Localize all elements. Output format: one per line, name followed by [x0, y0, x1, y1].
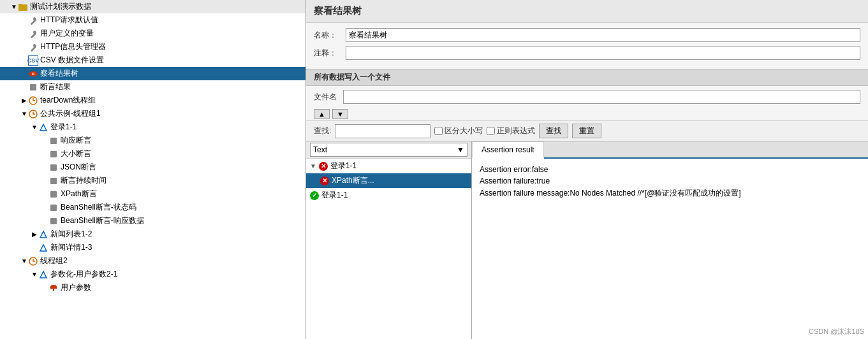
regex-label: 正则表达式 — [497, 126, 535, 136]
svg-point-4 — [33, 73, 34, 75]
assertion-line-1: Assertion failure:true — [480, 175, 860, 187]
assertion-line-2: Assertion failure message:No Nodes Match… — [480, 187, 860, 200]
result-toolbar: Text ▼ — [306, 141, 471, 159]
name-label: 名称： — [314, 30, 346, 41]
right-panel: 察看结果树 名称： 注释： 所有数据写入一个文件 文件名 ▲ ▼ 查找: 区分大… — [306, 0, 868, 339]
tree-icon-assert-result — [28, 82, 38, 92]
tree-label-http-header: HTTP信息头管理器 — [40, 41, 106, 52]
tree-item-json-assert[interactable]: JSON断言 — [0, 161, 305, 174]
result-item-login-success[interactable]: ✓登录1-1 — [306, 188, 471, 203]
panel-title: 察看结果树 — [306, 0, 868, 23]
tree-icon-thread-group2 — [28, 256, 38, 266]
regex-checkbox-label[interactable]: 正则表达式 — [487, 126, 535, 136]
search-row: 查找: 区分大小写 正则表达式 查找 重置 — [306, 120, 868, 141]
case-sensitive-checkbox[interactable]: 区分大小写 — [434, 126, 483, 136]
tree-item-beanshell-status[interactable]: BeanShell断言-状态码 — [0, 201, 305, 214]
tree-icon-beanshell-status — [48, 203, 59, 213]
tree-label-size-assert: 大小断言 — [61, 148, 91, 159]
tree-arrow-teardown: ▶ — [20, 97, 28, 104]
tree-icon-size-assert — [48, 149, 59, 159]
tree-item-size-assert[interactable]: 大小断言 — [0, 147, 305, 161]
tree-item-teardown[interactable]: ▶tearDown线程组 — [0, 94, 305, 107]
svg-rect-5 — [30, 84, 36, 90]
result-item-xpath-child[interactable]: ✕XPath断言... — [306, 173, 471, 188]
tree-icon-beanshell-resp — [48, 216, 59, 226]
tree-icon-json-assert — [48, 162, 59, 173]
expand-btn[interactable]: ▲ — [314, 109, 330, 119]
left-result-panel: Text ▼ ▼✕登录1-1✕XPath断言...✓登录1-1 — [306, 141, 472, 339]
tree-icon-news-list — [38, 229, 48, 240]
result-icon-xpath-child: ✕ — [320, 177, 329, 185]
name-input[interactable] — [346, 28, 860, 42]
tree-item-xpath-assert[interactable]: XPath断言 — [0, 187, 305, 201]
comment-input[interactable] — [346, 46, 860, 60]
tree-item-csv-data[interactable]: CSVCSV 数据文件设置 — [0, 54, 305, 67]
tree-item-news-list[interactable]: ▶新闻列表1-2 — [0, 227, 305, 241]
tree-icon-http-header — [28, 42, 38, 52]
divider-row: ▲ ▼ — [306, 108, 868, 120]
tree-label-json-assert: JSON断言 — [61, 162, 96, 173]
svg-rect-10 — [50, 164, 57, 171]
tree-arrow-param-user: ▼ — [31, 271, 38, 278]
comment-row: 注释： — [314, 46, 860, 60]
tree-label-news-list: 新闻列表1-2 — [50, 229, 92, 240]
svg-rect-14 — [50, 218, 57, 224]
tree-icon-xpath-assert — [48, 189, 59, 199]
tree-item-param-user[interactable]: ▼参数化-用户参数2-1 — [0, 268, 305, 281]
case-label: 区分大小写 — [445, 126, 483, 136]
search-button[interactable]: 查找 — [539, 124, 568, 138]
tree-label-csv-data: CSV 数据文件设置 — [40, 55, 104, 66]
svg-rect-13 — [50, 205, 57, 211]
tree-icon-thread-group1 — [28, 109, 38, 119]
case-checkbox[interactable] — [434, 127, 443, 135]
tree-item-result-tree[interactable]: 察看结果树 — [0, 67, 305, 80]
tree-label-xpath-assert: XPath断言 — [61, 189, 97, 199]
search-input[interactable] — [335, 124, 430, 138]
tree-icon-result-tree — [28, 69, 38, 79]
tree-arrow-news-list: ▶ — [31, 231, 38, 238]
form-section: 名称： 注释： — [306, 23, 868, 69]
tree-item-news-detail[interactable]: 新闻详情1-3 — [0, 241, 305, 254]
tree-item-root[interactable]: ▼测试计划演示数据 — [0, 0, 305, 13]
tree-icon-param-user — [38, 270, 48, 280]
result-item-login-parent[interactable]: ▼✕登录1-1 — [306, 159, 471, 173]
result-list: ▼✕登录1-1✕XPath断言...✓登录1-1 — [306, 159, 471, 339]
svg-rect-12 — [50, 191, 57, 198]
tree-label-root: 测试计划演示数据 — [30, 1, 91, 12]
tree-icon-user-param — [48, 283, 59, 293]
tree-item-resp-assert[interactable]: 响应断言 — [0, 134, 305, 147]
right-result-panel: Assertion result Assertion error:falseAs… — [472, 141, 868, 339]
tree-item-assert-result[interactable]: 断言结果 — [0, 80, 305, 94]
tree-item-http-header[interactable]: HTTP信息头管理器 — [0, 40, 305, 54]
tree-icon-teardown — [28, 96, 38, 106]
svg-rect-8 — [50, 138, 57, 144]
reset-button[interactable]: 重置 — [572, 124, 601, 138]
tree-item-thread-group2[interactable]: ▼线程组2 — [0, 254, 305, 268]
dropdown-select[interactable]: Text ▼ — [310, 143, 467, 157]
result-icon-login-success: ✓ — [310, 191, 319, 200]
result-label-login-success: 登录1-1 — [321, 190, 348, 201]
collapse-btn[interactable]: ▼ — [332, 109, 348, 119]
search-label: 查找: — [314, 126, 331, 136]
tree-label-beanshell-resp: BeanShell断言-响应数据 — [61, 215, 144, 226]
tree-item-duration-assert[interactable]: 断言持续时间 — [0, 174, 305, 187]
tree-label-duration-assert: 断言持续时间 — [61, 175, 107, 186]
filename-input[interactable] — [343, 90, 860, 104]
dropdown-label: Text — [313, 145, 327, 154]
section-header: 所有数据写入一个文件 — [306, 69, 868, 86]
tree-item-thread-group1[interactable]: ▼公共示例-线程组1 — [0, 107, 305, 120]
tree-label-thread-group2: 线程组2 — [40, 256, 68, 266]
tree-item-user-param[interactable]: 用户参数 — [0, 281, 305, 294]
tab-assertion-result[interactable]: Assertion result — [472, 141, 544, 159]
svg-rect-1 — [18, 4, 22, 6]
tree-item-login1-1[interactable]: ▼登录1-1 — [0, 120, 305, 134]
tree-icon-news-detail — [38, 243, 48, 253]
bottom-area: Text ▼ ▼✕登录1-1✕XPath断言...✓登录1-1 Assertio… — [306, 141, 868, 339]
tree-item-beanshell-resp[interactable]: BeanShell断言-响应数据 — [0, 214, 305, 227]
tree-label-resp-assert: 响应断言 — [61, 135, 91, 146]
tree-item-user-vars[interactable]: 用户定义的变量 — [0, 27, 305, 40]
regex-checkbox[interactable] — [487, 127, 495, 135]
tree-item-http-default[interactable]: HTTP请求默认值 — [0, 13, 305, 27]
left-tree-panel: ▼测试计划演示数据HTTP请求默认值用户定义的变量HTTP信息头管理器CSVCS… — [0, 0, 306, 339]
tree-label-teardown: tearDown线程组 — [40, 95, 96, 106]
